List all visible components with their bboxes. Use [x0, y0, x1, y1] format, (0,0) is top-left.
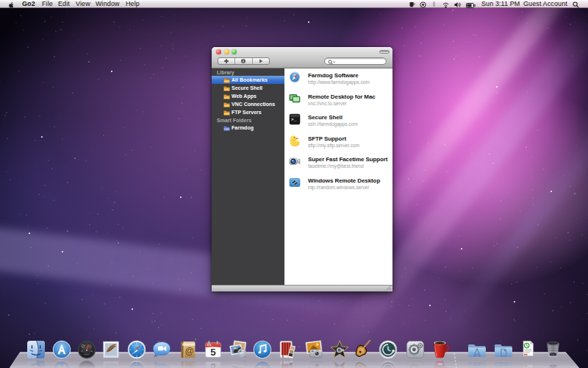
- svg-text:5: 5: [210, 347, 216, 358]
- svg-text:@: @: [184, 346, 193, 356]
- svg-text:>_: >_: [291, 117, 297, 122]
